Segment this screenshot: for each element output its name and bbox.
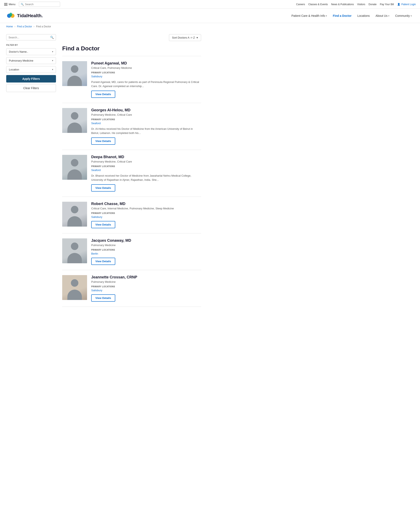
doctor-location: Salisbury	[91, 288, 201, 292]
nav-community[interactable]: Community ▾	[393, 12, 414, 19]
page-title: Find a Doctor	[62, 45, 201, 52]
menu-button[interactable]: Menu	[4, 3, 15, 6]
breadcrumb-current: Find a Doctor	[36, 25, 51, 28]
person-icon: 👤	[397, 3, 400, 6]
doctor-name: Jeannette Crossan, CRNP	[91, 275, 201, 279]
utility-bar: Menu 🔍 Careers Classes & Events News & P…	[0, 0, 420, 9]
breadcrumb-home[interactable]: Home	[6, 25, 13, 28]
clear-filters-button[interactable]: Clear Filters	[6, 84, 56, 92]
doctor-specialty: Pulmonary Medicine	[91, 244, 201, 247]
doctor-name: Georges Al-Helou, MD	[91, 108, 201, 112]
news-publications-link[interactable]: News & Publications	[331, 3, 354, 6]
doctor-photo	[62, 238, 87, 263]
search-bar[interactable]: 🔍	[19, 2, 60, 7]
primary-locations-label: PRIMARY LOCATIONS	[91, 72, 201, 74]
sort-bar: Sort Doctors A -> Z ▾	[62, 34, 201, 41]
doctor-photo-placeholder	[62, 202, 87, 227]
filter-name-dropdown[interactable]: Doctor's Name.. ▾	[6, 48, 56, 55]
doctor-card: Robert Chasse, MD Critical Care, Interna…	[62, 197, 201, 233]
logo-text: TidalHealth.	[17, 13, 43, 18]
filter-specialty-dropdown[interactable]: Pulmonary Medicine ▾	[6, 57, 56, 64]
doctor-photo-placeholder	[62, 108, 87, 133]
doctor-card: Jacques Conaway, MD Pulmonary Medicine P…	[62, 233, 201, 270]
search-icon: 🔍	[50, 36, 54, 39]
classes-events-link[interactable]: Classes & Events	[308, 3, 328, 6]
main-content: Sort Doctors A -> Z ▾ Find a Doctor Pune…	[62, 34, 201, 307]
doctor-photo-placeholder	[62, 275, 87, 300]
logo-icon	[6, 11, 15, 20]
chevron-down-icon: ▾	[326, 15, 327, 17]
breadcrumb: Home › Find a Doctor › Find a Doctor	[0, 23, 420, 30]
filter-by-label: FILTER BY	[6, 44, 56, 46]
visitors-link[interactable]: Visitors	[357, 3, 365, 6]
search-magnifier-icon: 🔍	[21, 3, 24, 6]
utility-bar-right: Careers Classes & Events News & Publicat…	[296, 3, 416, 6]
location-link[interactable]: Seaford	[91, 122, 101, 125]
menu-label: Menu	[9, 3, 15, 6]
chevron-down-icon: ▾	[52, 50, 53, 53]
doctor-photo-placeholder	[62, 155, 87, 180]
primary-locations-label: PRIMARY LOCATIONS	[91, 118, 201, 121]
doctor-location: Salisbury	[91, 75, 201, 78]
chevron-down-icon: ▾	[52, 59, 53, 62]
breadcrumb-sep: ›	[14, 25, 15, 28]
patient-login-link[interactable]: 👤 Patient Login	[397, 3, 416, 6]
view-details-button[interactable]: View Details	[91, 184, 115, 192]
nav-locations[interactable]: Locations	[355, 12, 372, 19]
search-input[interactable]	[25, 3, 58, 6]
sidebar-search-box[interactable]: 🔍	[6, 34, 56, 40]
sort-dropdown[interactable]: Sort Doctors A -> Z ▾	[169, 34, 201, 41]
primary-locations-label: PRIMARY LOCATIONS	[91, 286, 201, 288]
nav-links: Patient Care & Health Info ▾ Find a Doct…	[289, 12, 414, 19]
doctor-name: Robert Chasse, MD	[91, 202, 201, 206]
doctor-specialty: Critical Care, Pulmonary Medicine	[91, 66, 201, 70]
doctor-info: Jeannette Crossan, CRNP Pulmonary Medici…	[91, 275, 201, 302]
doctor-card: Deepa Bhanot, MD Pulmonary Medicine, Cri…	[62, 150, 201, 197]
filter-location-dropdown[interactable]: Location ▾	[6, 66, 56, 73]
view-details-button[interactable]: View Details	[91, 221, 115, 228]
svg-point-2	[9, 13, 12, 16]
logo[interactable]: TidalHealth.	[6, 11, 43, 20]
location-link[interactable]: Salisbury	[91, 75, 102, 78]
sidebar-search-input[interactable]	[9, 36, 49, 39]
view-details-button[interactable]: View Details	[91, 294, 115, 302]
pay-bill-link[interactable]: Pay Your Bill	[380, 3, 394, 6]
nav-about-us[interactable]: About Us ▾	[373, 12, 392, 19]
patient-login-label: Patient Login	[401, 3, 416, 6]
doctor-photo	[62, 275, 87, 300]
main-nav: TidalHealth. Patient Care & Health Info …	[0, 9, 420, 23]
doctor-name: Puneet Agarwal, MD	[91, 61, 201, 65]
doctor-card: Georges Al-Helou, MD Pulmonary Medicine,…	[62, 103, 201, 150]
view-details-button[interactable]: View Details	[91, 91, 115, 98]
breadcrumb-find-doctor[interactable]: Find a Doctor	[17, 25, 32, 28]
careers-link[interactable]: Careers	[296, 3, 305, 6]
doctor-info: Deepa Bhanot, MD Pulmonary Medicine, Cri…	[91, 155, 201, 192]
hamburger-icon	[4, 3, 7, 6]
nav-find-doctor[interactable]: Find a Doctor	[331, 12, 353, 19]
location-link[interactable]: Salisbury	[91, 215, 102, 218]
doctor-info: Robert Chasse, MD Critical Care, Interna…	[91, 202, 201, 228]
primary-locations-label: PRIMARY LOCATIONS	[91, 165, 201, 168]
utility-bar-left: Menu 🔍	[4, 2, 60, 7]
doctor-bio: Dr. Bhanot received her Doctor of Medici…	[91, 174, 201, 182]
doctor-card: Puneet Agarwal, MD Critical Care, Pulmon…	[62, 56, 201, 103]
breadcrumb-sep: ›	[34, 25, 35, 28]
doctor-location: Seaford	[91, 168, 201, 172]
doctor-location: Berlin	[91, 252, 201, 255]
nav-patient-care[interactable]: Patient Care & Health Info ▾	[289, 12, 329, 19]
chevron-down-icon: ▾	[411, 15, 412, 17]
doctor-card: Jeannette Crossan, CRNP Pulmonary Medici…	[62, 270, 201, 307]
doctor-bio: Dr. Al-Helou received his Doctor of Medi…	[91, 127, 201, 135]
doctor-name: Deepa Bhanot, MD	[91, 155, 201, 159]
doctor-bio: Puneet Agarwal, MD, cares for patients a…	[91, 80, 201, 88]
location-link[interactable]: Berlin	[91, 252, 98, 255]
location-link[interactable]: Salisbury	[91, 289, 102, 292]
doctor-location: Salisbury	[91, 215, 201, 218]
location-link[interactable]: Seaford	[91, 168, 101, 172]
apply-filters-button[interactable]: Apply Filters	[6, 75, 56, 83]
view-details-button[interactable]: View Details	[91, 258, 115, 265]
donate-link[interactable]: Donate	[369, 3, 377, 6]
view-details-button[interactable]: View Details	[91, 137, 115, 145]
sidebar: 🔍 FILTER BY Doctor's Name.. ▾ Pulmonary …	[6, 34, 56, 307]
doctor-specialty: Pulmonary Medicine, Critical Care	[91, 160, 201, 163]
